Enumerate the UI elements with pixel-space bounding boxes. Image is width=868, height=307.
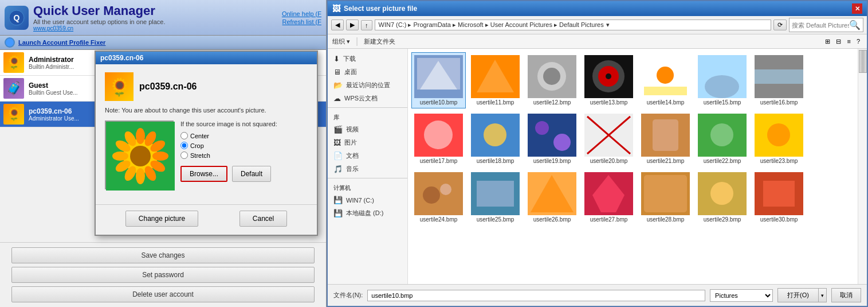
file-item-usertile24[interactable]: usertile24.bmp xyxy=(411,169,466,226)
file-thumbnail-usertile22 xyxy=(698,114,747,157)
file-item-usertile28[interactable]: usertile28.bmp xyxy=(638,169,693,226)
file-name-usertile22: usertile22.bmp xyxy=(698,158,747,164)
online-help-link[interactable]: Online help (F xyxy=(282,10,321,17)
svg-rect-41 xyxy=(528,114,576,157)
svg-rect-57 xyxy=(477,181,514,207)
view-icons: ⊞ ⊟ ≡ ? xyxy=(823,37,862,46)
open-button[interactable]: 打开(O) xyxy=(777,288,818,302)
file-item-usertile26[interactable]: usertile26.bmp xyxy=(525,169,579,226)
sidebar-item-download[interactable]: ⬇ 下载 xyxy=(328,52,407,65)
launch-account-fixer-link[interactable]: Launch Account Profile Fixer xyxy=(18,39,105,46)
avatar-guest xyxy=(3,78,24,99)
sidebar-item-documents[interactable]: 📄 文档 xyxy=(328,149,407,162)
change-picture-button[interactable]: Change picture xyxy=(125,211,198,227)
radio-stretch-input[interactable] xyxy=(180,151,188,159)
user-name-guest: Guest xyxy=(29,81,78,90)
drive-d-icon: 💾 xyxy=(333,209,343,217)
svg-point-52 xyxy=(767,123,790,146)
radio-center[interactable]: Center xyxy=(180,132,308,139)
help-button[interactable]: ? xyxy=(854,37,862,46)
refresh-link[interactable]: Refresh list (F xyxy=(282,18,321,25)
sidebar-item-win7c[interactable]: 💾 WIN7 (C:) xyxy=(328,193,407,207)
filetype-select[interactable]: Pictures xyxy=(710,289,773,302)
browse-button[interactable]: Browse... xyxy=(180,166,227,182)
radio-center-input[interactable] xyxy=(180,132,188,139)
drive-c-icon: 💾 xyxy=(333,196,343,204)
file-item-usertile20[interactable]: usertile20.bmp xyxy=(582,111,636,167)
default-button[interactable]: Default xyxy=(232,166,271,182)
set-password-button[interactable]: Set password xyxy=(11,267,315,283)
file-name-usertile16: usertile16.bmp xyxy=(755,99,803,106)
delete-user-button[interactable]: Delete user account xyxy=(11,286,315,302)
up-button[interactable]: ↑ xyxy=(361,20,372,30)
file-thumbnail-usertile11 xyxy=(471,55,520,98)
file-thumbnail-usertile24 xyxy=(414,172,463,215)
file-item-usertile23[interactable]: usertile23.bmp xyxy=(752,111,806,167)
svg-point-31 xyxy=(657,67,674,84)
file-dialog-close-button[interactable]: ✕ xyxy=(852,3,862,14)
file-item-usertile15[interactable]: usertile15.bmp xyxy=(695,52,749,108)
file-item-usertile10[interactable]: usertile10.bmp xyxy=(411,52,466,108)
svg-point-25 xyxy=(543,68,560,85)
file-thumbnail-usertile23 xyxy=(755,114,803,157)
file-item-usertile19[interactable]: usertile19.bmp xyxy=(525,111,579,167)
video-icon: 🎬 xyxy=(333,125,343,134)
file-item-usertile22[interactable]: usertile22.bmp xyxy=(695,111,749,167)
radio-stretch[interactable]: Stretch xyxy=(180,151,308,159)
large-icons-view-button[interactable]: ⊟ xyxy=(834,37,843,46)
sidebar-item-recent[interactable]: 📂 最近访问的位置 xyxy=(328,79,407,92)
file-item-usertile18[interactable]: usertile18.bmp xyxy=(468,111,523,167)
details-view-button[interactable]: ≡ xyxy=(845,37,853,46)
file-item-usertile12[interactable]: usertile12.bmp xyxy=(525,52,579,108)
open-dropdown-button[interactable]: ▾ xyxy=(818,288,827,302)
file-item-usertile25[interactable]: usertile25.bmp xyxy=(468,169,523,226)
sidebar-item-desktop[interactable]: 🖥 桌面 xyxy=(328,65,407,79)
file-name-usertile28: usertile28.bmp xyxy=(641,216,690,223)
radio-crop[interactable]: Crop xyxy=(180,142,308,149)
breadcrumb: WIN7 (C:) ▸ ProgramData ▸ Microsoft ▸ Us… xyxy=(375,20,772,30)
file-item-usertile17[interactable]: usertile17.bmp xyxy=(411,111,466,167)
svg-point-65 xyxy=(710,182,733,205)
file-item-usertile30[interactable]: usertile30.bmp xyxy=(752,169,806,226)
refresh-button[interactable]: ⟳ xyxy=(773,20,787,30)
file-item-usertile11[interactable]: usertile11.bmp xyxy=(468,52,523,108)
sidebar-item-pictures[interactable]: 🖼 图片 xyxy=(328,136,407,149)
scrollbar-thumb[interactable] xyxy=(859,50,867,73)
svg-point-34 xyxy=(705,75,739,98)
file-item-usertile16[interactable]: usertile16.bmp xyxy=(752,52,806,108)
sidebar-section-library: 库 xyxy=(328,110,407,123)
file-item-usertile21[interactable]: usertile21.bmp xyxy=(638,111,693,167)
sidebar-item-video[interactable]: 🎬 视频 xyxy=(328,123,407,136)
app-website: www.pc0359.cn xyxy=(33,25,282,32)
save-changes-button[interactable]: Save changes xyxy=(11,247,315,263)
dialog-cancel-button[interactable]: Cancel xyxy=(239,211,287,227)
avatar-pc0359 xyxy=(3,104,24,125)
filename-input[interactable] xyxy=(367,290,705,301)
svg-rect-48 xyxy=(653,119,678,151)
desktop-icon: 🖥 xyxy=(333,68,341,76)
extra-large-view-button[interactable]: ⊞ xyxy=(823,37,832,46)
app-title: Quick User Manager xyxy=(33,3,282,18)
user-desc-guest: Builtin Guest Use... xyxy=(29,90,78,96)
back-button[interactable]: ◀ xyxy=(331,20,344,30)
search-input[interactable] xyxy=(792,22,849,29)
sidebar-section-computer: 计算机 xyxy=(328,181,407,193)
dialog-title: pc0359.cn-06 xyxy=(100,54,143,62)
organize-button[interactable]: 组织 ▾ xyxy=(332,37,350,46)
file-thumbnail-usertile10 xyxy=(414,55,463,98)
radio-crop-input[interactable] xyxy=(180,142,188,149)
sidebar-item-local-d[interactable]: 💾 本地磁盘 (D:) xyxy=(328,207,407,220)
file-item-usertile14[interactable]: usertile14.bmp xyxy=(638,52,693,108)
file-item-usertile27[interactable]: usertile27.bmp xyxy=(582,169,636,226)
forward-button[interactable]: ▶ xyxy=(346,20,359,30)
file-dialog-cancel-button[interactable]: 取消 xyxy=(831,288,861,302)
file-thumbnail-usertile26 xyxy=(528,172,576,215)
sidebar-item-wps[interactable]: ☁ WPS云文档 xyxy=(328,92,407,105)
app-icon: Q xyxy=(5,6,29,30)
file-item-usertile13[interactable]: usertile13.bmp xyxy=(582,52,636,108)
sidebar-item-music[interactable]: 🎵 音乐 xyxy=(328,162,407,176)
scrollbar[interactable] xyxy=(858,49,867,284)
file-item-usertile29[interactable]: usertile29.bmp xyxy=(695,169,749,226)
new-folder-button[interactable]: 新建文件夹 xyxy=(364,37,395,46)
change-picture-dialog: pc0359.cn-06 🌻 pc0359.cn-06 Note: You ar… xyxy=(95,50,318,236)
